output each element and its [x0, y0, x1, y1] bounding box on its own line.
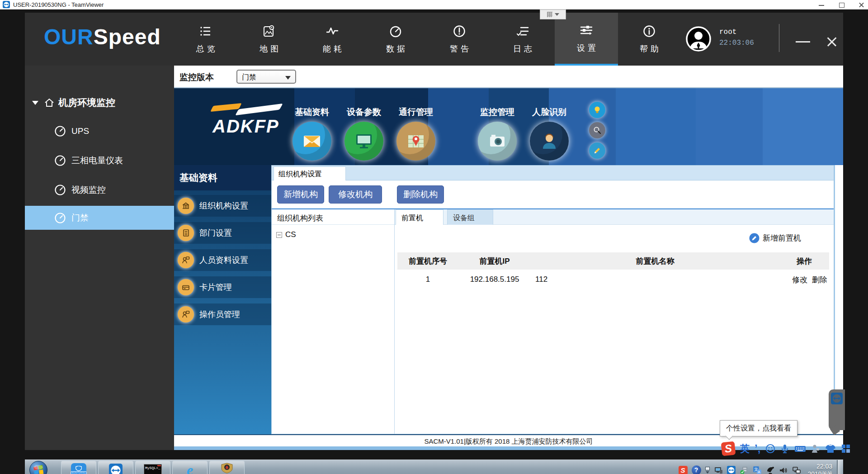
avatar[interactable] — [686, 26, 711, 52]
version-select[interactable]: 门禁 — [236, 70, 296, 84]
tab-front-machine[interactable]: 前置机 — [396, 209, 443, 225]
windows-icon — [33, 465, 44, 474]
help-tray-icon[interactable]: ? — [692, 465, 701, 474]
tray-computer-icon[interactable] — [714, 466, 723, 474]
teamviewer-toolbar-widget[interactable] — [540, 9, 566, 19]
copyright-text: SACM-V1.01|版权所有 2018 上海贾浦安防技术有限公司 — [424, 437, 593, 445]
sidebar-item-power-meter[interactable]: 三相电量仪表 — [25, 148, 174, 173]
front-machine-table: 前置机序号 前置机IP 前置机名称 操作 1 192.168.5.195 112… — [397, 252, 829, 288]
gauge-icon — [54, 155, 66, 166]
bulb-icon[interactable] — [589, 102, 605, 118]
col-ip: 前置机IP — [458, 256, 531, 266]
taskbar-ie-app[interactable]: e — [172, 461, 208, 474]
punctuation-toggle[interactable]: ’, — [755, 446, 760, 451]
camera-icon — [478, 122, 517, 161]
tray-dish-icon[interactable] — [766, 466, 775, 474]
menu-item-operators[interactable]: 操作员管理 — [174, 303, 271, 325]
tab-device-group[interactable]: 设备组 — [447, 209, 493, 225]
module-basic-data[interactable]: 基础资料 — [283, 88, 341, 165]
close-icon[interactable] — [858, 2, 864, 8]
sogou-tooltip[interactable]: 个性设置，点我看看 — [720, 420, 797, 436]
add-front-machine-link[interactable]: 新增前置机 — [749, 233, 801, 243]
taskbar-clock[interactable]: 22:03 2019/6/6 — [808, 463, 833, 474]
module-access-mgmt[interactable]: 通行管理 — [387, 88, 445, 165]
list-icon — [199, 24, 212, 38]
brand-swoosh — [210, 103, 241, 112]
nav-map[interactable]: 地图 — [244, 13, 294, 66]
tray-teamviewer-icon[interactable] — [727, 466, 736, 474]
window-title: USER-20190530NG - TeamViewer — [13, 1, 104, 8]
tree-node-cs[interactable]: CS — [276, 230, 394, 239]
tab-strip: 组织机构设置 — [272, 166, 834, 180]
tray-server-status-icon[interactable] — [740, 466, 749, 474]
sidebar-item-access-control[interactable]: 门禁 — [25, 206, 174, 230]
menu-item-department[interactable]: 部门设置 — [174, 222, 271, 244]
cell-seq: 1 — [397, 275, 458, 284]
nav-energy[interactable]: 能耗 — [307, 13, 357, 66]
chevron-down-icon — [706, 471, 709, 474]
tray-translate-icon[interactable]: 文A — [753, 466, 762, 474]
maximize-icon[interactable] — [838, 2, 844, 8]
edit-org-button[interactable]: 修改机构 — [329, 185, 382, 204]
minimize-icon[interactable] — [818, 2, 825, 8]
teamviewer-panel-handle[interactable] — [829, 389, 845, 430]
delete-org-button[interactable]: 删除机构 — [397, 185, 444, 204]
taskbar-sacm-app[interactable]: SACM — [209, 461, 245, 474]
gauge-icon — [54, 125, 66, 137]
emoji-icon[interactable] — [765, 444, 775, 454]
taskbar-teamviewer-app[interactable] — [98, 461, 133, 474]
skin-icon[interactable] — [825, 444, 836, 454]
nav-settings[interactable]: 设置 — [555, 13, 618, 66]
teamviewer-icon — [109, 464, 123, 474]
show-desktop-button[interactable] — [837, 460, 843, 474]
sidebar-root-node[interactable]: 机房环境监控 — [25, 94, 174, 112]
version-value: 门禁 — [242, 73, 256, 81]
nav-overview[interactable]: 总览 — [181, 13, 231, 66]
nav-alerts[interactable]: 警告 — [434, 13, 484, 66]
module-face-recognition[interactable]: 人脸识别 — [520, 88, 579, 165]
toolbox-icon[interactable] — [841, 444, 851, 454]
language-toggle[interactable]: 英 — [740, 442, 750, 455]
delete-row-link[interactable]: 删除 — [812, 275, 827, 285]
user-name: root — [719, 28, 736, 36]
add-org-button[interactable]: 新增机构 — [277, 185, 324, 204]
app-minimize-icon[interactable] — [796, 41, 810, 43]
nav-help[interactable]: 帮助 — [624, 13, 674, 66]
tab-org-settings[interactable]: 组织机构设置 — [274, 166, 346, 180]
search-icon[interactable] — [589, 122, 605, 138]
remote-desktop: OURSpeed 总览 地图 能耗 数据 警告 — [0, 9, 868, 474]
taskbar-mysql-app[interactable]: MySQL>_ — [135, 461, 170, 474]
menu-item-personnel[interactable]: 人员资料设置 — [174, 249, 271, 271]
pencil-icon[interactable] — [589, 142, 605, 159]
taskbar-monitoring-app[interactable]: MONITORING — [61, 461, 96, 474]
system-tray: S ? 文A — [679, 460, 833, 474]
hidden-icons-toggle[interactable] — [705, 467, 710, 474]
gauge-icon — [54, 184, 66, 196]
version-bar: 监控版本 门禁 — [174, 66, 843, 88]
module-device-params[interactable]: 设备参数 — [335, 88, 393, 165]
alert-icon — [453, 24, 466, 38]
menu-item-cards[interactable]: 卡片管理 — [174, 276, 271, 298]
menu-item-org-settings[interactable]: 组织机构设置 — [174, 195, 271, 217]
module-monitor-mgmt[interactable]: 监控管理 — [468, 88, 527, 165]
sidebar-item-ups[interactable]: UPS — [25, 118, 174, 144]
handwriting-icon[interactable] — [811, 444, 820, 454]
col-name: 前置机名称 — [531, 256, 779, 266]
sogou-tray-icon[interactable]: S — [679, 466, 688, 474]
start-button[interactable] — [29, 461, 47, 474]
sogou-icon[interactable]: S — [721, 441, 736, 456]
nav-logs[interactable]: 日志 — [498, 13, 547, 66]
bank-icon — [178, 198, 194, 214]
microphone-icon[interactable] — [780, 444, 789, 454]
org-tree-title: 组织机构列表 — [272, 209, 394, 225]
collapse-icon[interactable] — [276, 232, 282, 238]
info-icon — [642, 24, 656, 38]
edit-row-link[interactable]: 修改 — [792, 275, 807, 285]
app-close-icon[interactable] — [826, 36, 838, 47]
nav-data[interactable]: 数据 — [371, 13, 420, 66]
keyboard-icon[interactable] — [794, 444, 806, 453]
edit-circle-icon — [749, 233, 760, 243]
tray-network-icon[interactable] — [792, 466, 801, 474]
sidebar-item-video[interactable]: 视频监控 — [25, 177, 174, 203]
tray-volume-icon[interactable] — [779, 466, 788, 474]
